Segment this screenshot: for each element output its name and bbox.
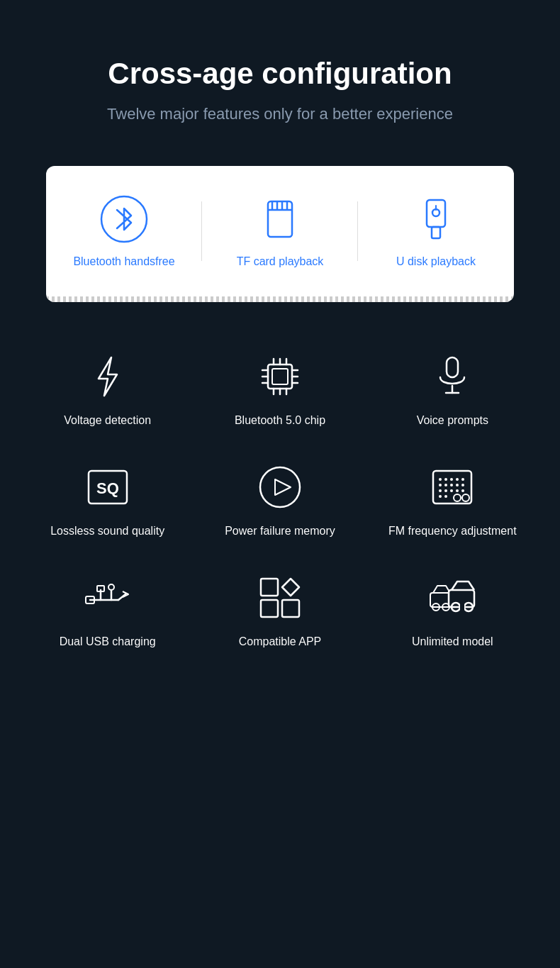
svg-rect-8 [432, 227, 440, 238]
svg-rect-60 [261, 579, 278, 596]
scroll-indicator [46, 296, 514, 302]
subtitle: Twelve major features only for a better … [107, 105, 453, 123]
card-features: Bluetooth handsfree TF card playback [46, 180, 514, 289]
svg-point-45 [444, 489, 447, 492]
card-section: Bluetooth handsfree TF card playback [46, 166, 514, 302]
svg-point-44 [439, 489, 442, 492]
svg-marker-63 [282, 579, 299, 596]
svg-rect-7 [427, 200, 445, 227]
card-feature-label-u-disk: U disk playback [396, 255, 476, 268]
svg-point-41 [450, 484, 453, 486]
main-title: Cross-age configuration [107, 57, 453, 91]
svg-rect-13 [272, 369, 288, 384]
svg-point-48 [461, 489, 464, 492]
svg-point-36 [450, 478, 453, 481]
svg-point-43 [461, 484, 464, 486]
feature-label-fm-frequency: FM frequency adjustment [388, 525, 517, 538]
feature-unlimited-model: Unlimited model [370, 573, 535, 648]
chip-icon [255, 352, 305, 401]
svg-text:SQ: SQ [96, 479, 119, 497]
svg-marker-11 [99, 357, 117, 396]
svg-rect-61 [261, 600, 278, 617]
usb-icon [83, 573, 133, 623]
features-grid: Voltage detection [25, 338, 535, 691]
feature-power-failure-memory: Power failure memory [197, 462, 362, 538]
card-feature-tf-card: TF card playback [202, 194, 358, 268]
svg-point-39 [439, 484, 442, 486]
svg-point-31 [260, 467, 300, 507]
svg-point-50 [444, 495, 447, 498]
card-feature-label-tf-card: TF card playback [237, 255, 324, 268]
mic-icon [427, 352, 477, 401]
car-icon [427, 573, 477, 623]
svg-point-51 [454, 494, 461, 501]
svg-point-35 [444, 478, 447, 481]
svg-point-38 [461, 478, 464, 481]
feature-compatible-app: Compatible APP [197, 573, 362, 648]
feature-dual-usb: Dual USB charging [25, 573, 190, 648]
u-disk-icon [411, 194, 461, 244]
app-icon [255, 573, 305, 623]
feature-label-voice-prompts: Voice prompts [417, 414, 488, 427]
svg-point-34 [439, 478, 442, 481]
feature-label-dual-usb: Dual USB charging [60, 635, 156, 648]
feature-voice-prompts: Voice prompts [370, 352, 535, 427]
feature-label-power-failure-memory: Power failure memory [225, 525, 335, 538]
feature-label-compatible-app: Compatible APP [239, 635, 322, 648]
card-feature-bluetooth-handsfree: Bluetooth handsfree [46, 194, 202, 268]
feature-voltage-detection: Voltage detection [25, 352, 190, 427]
tf-card-icon [255, 194, 305, 244]
feature-label-bluetooth-chip: Bluetooth 5.0 chip [235, 414, 325, 427]
bluetooth-icon [99, 194, 149, 244]
feature-lossless-sound: SQ Lossless sound quality [25, 462, 190, 538]
svg-rect-62 [282, 600, 299, 617]
svg-rect-33 [433, 471, 471, 504]
play-circle-icon [255, 462, 305, 512]
card-feature-label-bluetooth-handsfree: Bluetooth handsfree [73, 255, 174, 268]
svg-point-46 [450, 489, 453, 492]
page-header: Cross-age configuration Twelve major fea… [93, 0, 467, 145]
svg-marker-32 [275, 479, 291, 495]
svg-point-40 [444, 484, 447, 486]
lightning-icon [83, 352, 133, 401]
svg-point-42 [456, 484, 459, 486]
svg-rect-26 [447, 357, 458, 377]
card-feature-u-disk: U disk playback [358, 194, 514, 268]
fm-icon [427, 462, 477, 512]
svg-point-49 [439, 495, 442, 498]
feature-label-voltage-detection: Voltage detection [64, 414, 151, 427]
feature-label-unlimited-model: Unlimited model [412, 635, 493, 648]
feature-bluetooth-chip: Bluetooth 5.0 chip [197, 352, 362, 427]
svg-line-54 [118, 594, 125, 600]
svg-point-37 [456, 478, 459, 481]
svg-point-52 [462, 494, 469, 501]
feature-label-lossless-sound: Lossless sound quality [50, 525, 164, 538]
feature-fm-frequency: FM frequency adjustment [370, 462, 535, 538]
svg-point-47 [456, 489, 459, 492]
sq-icon: SQ [83, 462, 133, 512]
